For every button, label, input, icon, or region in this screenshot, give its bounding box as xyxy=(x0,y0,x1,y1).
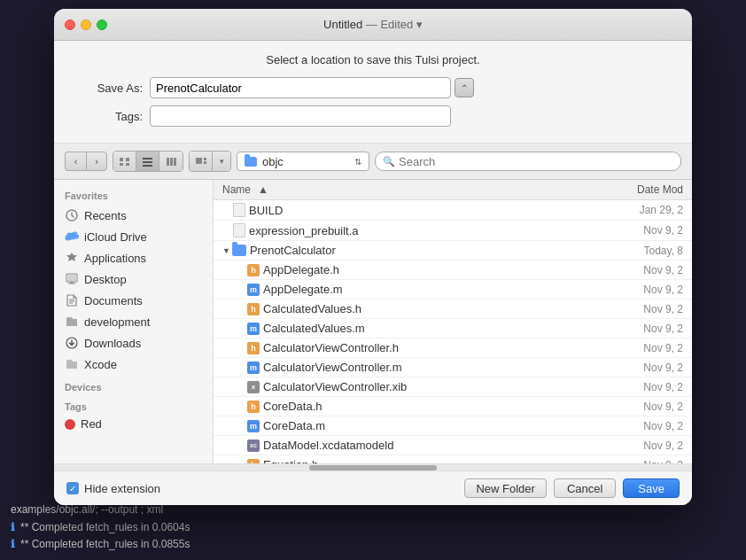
tags-row: Tags: xyxy=(72,105,674,127)
table-row[interactable]: BUILD Jan 29, 2 xyxy=(214,200,692,221)
sort-indicator: ▲ xyxy=(258,183,268,196)
table-row[interactable]: h Equation.h Nov 9, 2 xyxy=(214,455,692,463)
file-date: Nov 9, 2 xyxy=(612,401,683,413)
col-name-header[interactable]: Name ▲ xyxy=(222,183,612,196)
downloads-icon xyxy=(65,336,79,350)
gallery-view-icon xyxy=(195,157,206,167)
save-as-label: Save As: xyxy=(72,82,143,95)
file-date: Today, 8 xyxy=(612,245,683,257)
disclosure-triangle: ▼ xyxy=(222,246,230,255)
svg-rect-3 xyxy=(126,163,129,166)
list-view-button[interactable] xyxy=(136,152,159,171)
table-row[interactable]: ▼ PrenotCalculator Today, 8 xyxy=(214,241,692,261)
documents-icon xyxy=(65,293,79,307)
applications-icon xyxy=(65,251,79,265)
devices-title: Devices xyxy=(54,375,213,394)
sidebar-item-development-label: development xyxy=(84,315,150,329)
m-file-icon: m xyxy=(247,420,260,432)
file-name: CoreData.h xyxy=(263,400,612,413)
table-row[interactable]: x CalculatorViewController.xib Nov 9, 2 xyxy=(214,377,692,397)
table-row[interactable]: h CalculatorViewController.h Nov 9, 2 xyxy=(214,338,692,358)
sidebar-item-icloud-label: iCloud Drive xyxy=(84,230,147,244)
file-date: Jan 29, 2 xyxy=(612,204,683,216)
sidebar-item-development[interactable]: development xyxy=(54,311,213,332)
table-row[interactable]: h CoreData.h Nov 9, 2 xyxy=(214,397,692,416)
dialog-prompt: Select a location to save this Tulsi pro… xyxy=(72,53,674,66)
dropdown-arrows: ⇅ xyxy=(354,157,361,167)
back-button[interactable]: ‹ xyxy=(65,152,86,171)
table-row[interactable]: xc DataModel.xcdatamodeld Nov 9, 2 xyxy=(214,436,692,455)
table-row[interactable]: h AppDelegate.h Nov 9, 2 xyxy=(214,261,692,280)
file-date: Nov 9, 2 xyxy=(612,420,683,432)
file-name: CalculatorViewController.xib xyxy=(263,380,612,393)
table-row[interactable]: m AppDelegate.m Nov 9, 2 xyxy=(214,280,692,299)
folder-icon xyxy=(232,245,246,256)
sidebar-item-red-tag-label: Red xyxy=(81,417,102,431)
table-row[interactable]: m CalculatedValues.m Nov 9, 2 xyxy=(214,319,692,338)
gallery-view-button[interactable] xyxy=(190,152,213,171)
close-button[interactable] xyxy=(65,19,75,30)
file-date: Nov 9, 2 xyxy=(612,303,683,315)
forward-button[interactable]: › xyxy=(86,152,107,171)
table-row[interactable]: h CalculatedValues.h Nov 9, 2 xyxy=(214,299,692,319)
search-box[interactable]: 🔍 xyxy=(375,152,681,171)
icon-view-icon xyxy=(119,157,130,167)
expand-button[interactable]: ⌃ xyxy=(455,78,474,97)
save-button[interactable]: Save xyxy=(623,478,680,498)
h-file-icon: h xyxy=(247,264,260,276)
svg-rect-5 xyxy=(143,161,152,163)
terminal-line-3: ℹ ** Completed fetch_rules in 0.0855s xyxy=(11,536,735,553)
m-file-icon: m xyxy=(247,284,260,296)
col-date-header[interactable]: Date Mod xyxy=(612,183,683,196)
favorites-title: Favorites xyxy=(54,187,213,205)
hide-extension-text: Hide extension xyxy=(84,482,160,495)
red-tag-dot xyxy=(65,419,75,430)
search-input[interactable] xyxy=(399,155,673,168)
save-as-input[interactable] xyxy=(150,77,451,98)
icon-view-button[interactable] xyxy=(113,152,136,171)
terminal-background: examples/objc.all/; --output ; xml ℹ ** … xyxy=(0,0,746,560)
file-date: Nov 9, 2 xyxy=(612,264,683,276)
folder-dropdown[interactable]: objc ⇅ xyxy=(237,152,369,171)
column-view-button[interactable] xyxy=(159,152,183,171)
sidebar-item-recents[interactable]: Recents xyxy=(54,205,213,226)
sidebar-item-xcode-label: Xcode xyxy=(84,358,117,371)
development-icon xyxy=(65,315,79,329)
zoom-button[interactable] xyxy=(97,19,107,30)
table-row[interactable]: m CalculatorViewController.m Nov 9, 2 xyxy=(214,358,692,377)
sidebar-item-downloads[interactable]: Downloads xyxy=(54,332,213,354)
sidebar: Favorites Recents iCloud Drive xyxy=(54,180,214,463)
hide-extension-checkbox[interactable]: ✓ xyxy=(66,482,79,494)
sidebar-item-applications[interactable]: Applications xyxy=(54,247,213,268)
svg-rect-17 xyxy=(68,284,75,284)
tags-section-title: Tags xyxy=(54,394,213,414)
sidebar-item-red-tag[interactable]: Red xyxy=(54,414,213,434)
xib-file-icon: x xyxy=(247,381,260,393)
sidebar-item-xcode[interactable]: Xcode xyxy=(54,354,213,375)
gallery-view-group: ▾ xyxy=(189,151,231,172)
minimize-button[interactable] xyxy=(81,19,91,30)
bottom-section: ✓ Hide extension New Folder Cancel Save xyxy=(54,471,692,505)
table-row[interactable]: m CoreData.m Nov 9, 2 xyxy=(214,416,692,436)
cancel-button[interactable]: Cancel xyxy=(554,478,616,498)
info-icon-1: ℹ xyxy=(11,519,15,536)
sidebar-item-documents[interactable]: Documents xyxy=(54,290,213,311)
file-date: Nov 9, 2 xyxy=(612,323,683,335)
sidebar-item-desktop[interactable]: Desktop xyxy=(54,268,213,290)
table-row[interactable]: expression_prebuilt.a Nov 9, 2 xyxy=(214,221,692,241)
svg-rect-16 xyxy=(70,282,74,284)
file-date: Nov 9, 2 xyxy=(612,439,683,452)
sidebar-item-recents-label: Recents xyxy=(84,209,127,222)
window-title: Untitled — Edited ▾ xyxy=(323,18,423,31)
tags-label: Tags: xyxy=(72,110,143,123)
traffic-lights xyxy=(65,19,107,30)
tags-input[interactable] xyxy=(150,105,451,127)
view-options-dropdown[interactable]: ▾ xyxy=(213,152,230,171)
toolbar: ‹ › xyxy=(54,144,692,180)
file-date: Nov 9, 2 xyxy=(612,362,683,374)
save-as-row: Save As: ⌃ xyxy=(72,77,674,98)
hide-extension-label[interactable]: ✓ Hide extension xyxy=(66,482,160,495)
file-name: CalculatorViewController.m xyxy=(263,361,612,374)
sidebar-item-icloud[interactable]: iCloud Drive xyxy=(54,226,213,247)
new-folder-button[interactable]: New Folder xyxy=(464,478,546,498)
